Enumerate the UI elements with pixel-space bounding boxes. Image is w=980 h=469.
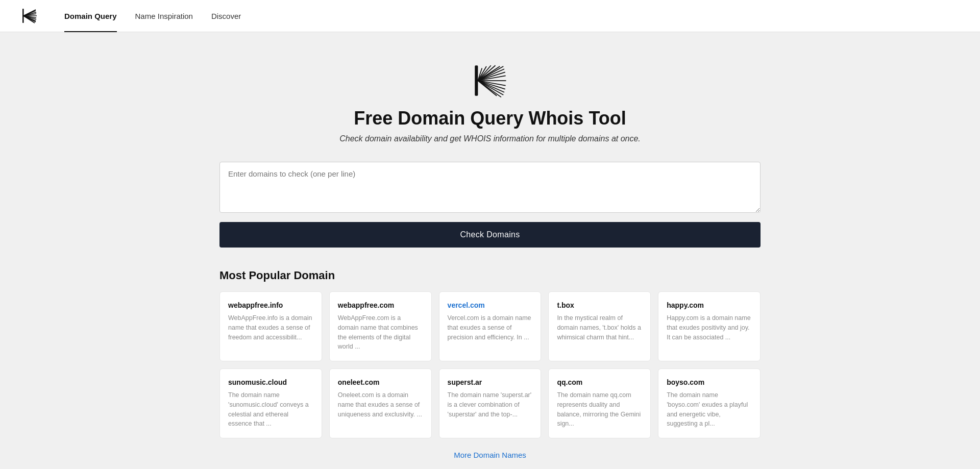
domain-input[interactable] xyxy=(219,162,761,213)
domain-card-name: vercel.com xyxy=(448,301,533,309)
domain-grid-row1: webappfree.infoWebAppFree.info is a doma… xyxy=(219,291,761,361)
domain-card[interactable]: boyso.comThe domain name 'boyso.com' exu… xyxy=(658,368,761,438)
domain-card-name: qq.com xyxy=(557,378,642,386)
domain-card-name: sunomusic.cloud xyxy=(228,378,313,386)
domain-card-desc: WebAppFree.info is a domain name that ex… xyxy=(228,313,313,342)
nav-links: Domain Query Name Inspiration Discover xyxy=(55,0,250,32)
domain-card-name: boyso.com xyxy=(667,378,752,386)
domain-card-name: happy.com xyxy=(667,301,752,309)
hero-subtitle-highlight: multiple domains xyxy=(548,134,609,143)
domain-card-desc: Happy.com is a domain name that exudes p… xyxy=(667,313,752,342)
domain-card-desc: The domain name 'sunomusic.cloud' convey… xyxy=(228,390,313,429)
popular-section: Most Popular Domain webappfree.infoWebAp… xyxy=(219,269,761,459)
domain-card-desc: In the mystical realm of domain names, '… xyxy=(557,313,642,342)
domain-card[interactable]: sunomusic.cloudThe domain name 'sunomusi… xyxy=(219,368,322,438)
domain-card-desc: The domain name 'superst.ar' is a clever… xyxy=(448,390,533,419)
domain-card[interactable]: vercel.comVercel.com is a domain name th… xyxy=(439,291,542,361)
svg-line-22 xyxy=(478,81,497,96)
nav-name-inspiration[interactable]: Name Inspiration xyxy=(126,0,202,32)
logo-icon xyxy=(20,7,39,25)
domain-card-name: oneleet.com xyxy=(338,378,423,386)
domain-card[interactable]: oneleet.comOneleet.com is a domain name … xyxy=(329,368,432,438)
nav-logo xyxy=(20,7,39,25)
more-domain-names-link[interactable]: More Domain Names xyxy=(219,451,761,459)
hero-logo-icon xyxy=(472,63,508,98)
hero-subtitle-suffix: at once. xyxy=(609,134,640,143)
navbar: Domain Query Name Inspiration Discover xyxy=(0,0,980,32)
domain-card[interactable]: qq.comThe domain name qq.com represents … xyxy=(548,368,651,438)
domain-grid-row2: sunomusic.cloudThe domain name 'sunomusi… xyxy=(219,368,761,438)
domain-card-name: webappfree.com xyxy=(338,301,423,309)
hero-subtitle: Check domain availability and get WHOIS … xyxy=(339,134,641,143)
hero-section: Free Domain Query Whois Tool Check domai… xyxy=(219,63,761,143)
domain-card-desc: WebAppFree.com is a domain name that com… xyxy=(338,313,423,352)
domain-card[interactable]: happy.comHappy.com is a domain name that… xyxy=(658,291,761,361)
domain-card-desc: Vercel.com is a domain name that exudes … xyxy=(448,313,533,342)
domain-card-name: t.box xyxy=(557,301,642,309)
hero-title: Free Domain Query Whois Tool xyxy=(354,108,626,129)
nav-domain-query[interactable]: Domain Query xyxy=(55,0,126,32)
nav-discover[interactable]: Discover xyxy=(202,0,250,32)
check-domains-button[interactable]: Check Domains xyxy=(219,222,761,248)
domain-card-desc: The domain name 'boyso.com' exudes a pla… xyxy=(667,390,752,429)
domain-card-name: superst.ar xyxy=(448,378,533,386)
domain-card[interactable]: webappfree.infoWebAppFree.info is a doma… xyxy=(219,291,322,361)
domain-card-name: webappfree.info xyxy=(228,301,313,309)
domain-card-desc: Oneleet.com is a domain name that exudes… xyxy=(338,390,423,419)
domain-card[interactable]: webappfree.comWebAppFree.com is a domain… xyxy=(329,291,432,361)
domain-card-desc: The domain name qq.com represents dualit… xyxy=(557,390,642,429)
domain-card[interactable]: t.boxIn the mystical realm of domain nam… xyxy=(548,291,651,361)
popular-title: Most Popular Domain xyxy=(219,269,761,282)
hero-subtitle-prefix: Check domain availability and get WHOIS … xyxy=(339,134,548,143)
main-content: Free Domain Query Whois Tool Check domai… xyxy=(209,32,771,469)
domain-card[interactable]: superst.arThe domain name 'superst.ar' i… xyxy=(439,368,542,438)
svg-rect-11 xyxy=(475,65,478,96)
